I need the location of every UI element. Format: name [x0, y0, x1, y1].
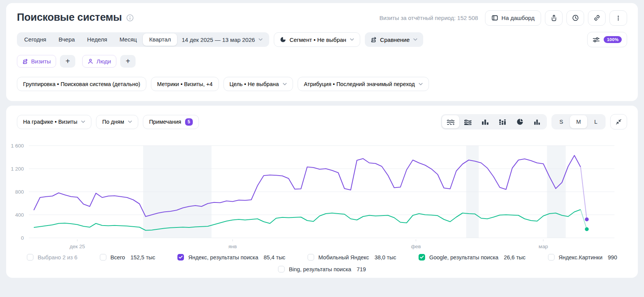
collapse-chart-button[interactable]: [610, 114, 627, 129]
chevron-down-icon: [419, 83, 423, 86]
legend-label: Bing, результаты поиска: [289, 266, 351, 272]
legend-value: 719: [357, 266, 366, 272]
legend-label: Яндекс.Картинки: [559, 254, 603, 260]
dashboard-icon: [492, 15, 498, 21]
settings-chip-4[interactable]: Атрибуция • Последний значимый переход: [298, 77, 429, 91]
legend-checkbox[interactable]: [308, 254, 314, 260]
legend-checkbox[interactable]: [548, 254, 555, 260]
legend-value: 38,0 тыс: [374, 254, 396, 260]
y-axis-label: 800: [15, 189, 24, 195]
granularity-selector[interactable]: По дням: [96, 115, 138, 129]
legend-value: 990: [608, 254, 617, 260]
series-line-1[interactable]: [34, 156, 581, 217]
segment-pie-icon: [280, 37, 286, 43]
y-axis-label: 0: [21, 235, 24, 241]
legend-item-5[interactable]: Google, результаты поиска26,6 тыс: [419, 254, 526, 260]
legend-value: 85,4 тыс: [264, 254, 286, 260]
columns-icon: [533, 119, 541, 125]
period-tab-5[interactable]: Квартал: [143, 33, 177, 46]
more-actions-button[interactable]: [609, 10, 627, 26]
chevron-down-icon: [81, 120, 85, 123]
legend-item-6[interactable]: Яндекс.Картинки990: [548, 254, 617, 260]
legend-label: Мобильный Яндекс: [318, 254, 369, 260]
report-header-card: Поисковые системы Визиты за отчётный пер…: [6, 3, 638, 101]
chevron-down-icon: [413, 38, 417, 41]
series-line-2[interactable]: [34, 210, 581, 231]
legend-label: Всего: [111, 254, 125, 260]
x-axis-label: дек 25: [70, 244, 85, 249]
y-axis-label: 1 200: [11, 166, 24, 172]
share-link-button[interactable]: [588, 10, 606, 26]
series-end-dot-2[interactable]: [585, 227, 589, 231]
notes-button[interactable]: Примечания 5: [143, 115, 199, 129]
legend-checkbox[interactable]: [419, 254, 425, 260]
period-tab-1[interactable]: Сегодня: [18, 33, 53, 46]
date-range-selector[interactable]: 14 дек 2025 — 13 мар 2026: [177, 37, 268, 43]
settings-chip-1[interactable]: Группировка • Поисковая система (детальн…: [17, 77, 146, 91]
legend-item-2[interactable]: Всего152,5 тыс: [100, 254, 156, 260]
add-metric-button-2[interactable]: +: [120, 55, 136, 68]
sampling-badge: 100%: [604, 36, 622, 43]
y-axis-label: 1 600: [11, 143, 24, 149]
line-chart[interactable]: 1 6001 2008004000дек 25янвфевмар: [9, 133, 635, 253]
legend-checkbox[interactable]: [27, 254, 33, 260]
legend-item-1[interactable]: Выбрано 2 из 6: [27, 254, 78, 260]
x-axis-label: фев: [411, 244, 421, 249]
legend-checkbox[interactable]: [177, 254, 184, 260]
x-axis-label: мар: [539, 244, 548, 249]
on-chart-metric-selector[interactable]: На графике • Визиты: [17, 115, 91, 129]
period-tab-group: СегодняВчераНеделяМесяцКвартал14 дек 202…: [17, 32, 269, 47]
chart-size-M[interactable]: M: [570, 115, 587, 128]
sliders-icon: [593, 37, 600, 43]
info-icon[interactable]: [126, 14, 134, 22]
legend-item-7[interactable]: Bing, результаты поиска719: [278, 266, 366, 272]
comparison-selector[interactable]: Сравнение: [365, 32, 423, 47]
legend-value: 26,6 тыс: [504, 254, 526, 260]
stream-line-icon: [447, 119, 455, 125]
chevron-down-icon: [258, 38, 263, 41]
legend-label: Выбрано 2 из 6: [38, 254, 78, 260]
kebab-menu-icon: [615, 15, 621, 21]
history-button[interactable]: [566, 10, 584, 26]
legend-label: Google, результаты поиска: [429, 254, 498, 260]
chart-type-bars[interactable]: [477, 115, 494, 128]
legend-item-4[interactable]: Мобильный Яндекс38,0 тыс: [308, 254, 396, 260]
settings-chip-2[interactable]: Метрики • Визиты, +4: [151, 77, 219, 91]
pie-icon: [517, 118, 523, 125]
period-tab-2[interactable]: Вчера: [53, 33, 81, 46]
chart-type-stream-stacked[interactable]: [459, 115, 477, 128]
metric-chip-2[interactable]: Люди: [82, 55, 116, 68]
chevron-down-icon: [283, 83, 287, 86]
chart-card: На графике • Визиты По дням Примечания 5…: [6, 106, 638, 278]
metrica-report-page: Поисковые системы Визиты за отчётный пер…: [0, 0, 644, 297]
chart-type-bars-stacked[interactable]: [494, 115, 511, 128]
legend-item-3[interactable]: Яндекс, результаты поиска85,4 тыс: [177, 254, 285, 260]
export-button[interactable]: [545, 10, 563, 26]
sampling-settings-button[interactable]: 100%: [587, 32, 627, 47]
chart-size-L[interactable]: L: [587, 115, 604, 128]
clock-icon: [572, 15, 579, 21]
link-icon: [594, 15, 600, 21]
chart-type-pie[interactable]: [511, 115, 528, 128]
person-icon: [88, 58, 93, 64]
add-metric-button-1[interactable]: +: [60, 55, 75, 68]
metric-chip-1[interactable]: Визиты: [17, 55, 56, 68]
chart-size-S[interactable]: S: [553, 115, 570, 128]
metric-chips-row: Визиты+Люди+: [17, 55, 627, 68]
legend-row-2: Bing, результаты поиска719: [17, 266, 627, 272]
chart-type-columns[interactable]: [528, 115, 546, 128]
chart-canvas[interactable]: 1 6001 2008004000дек 25янвфевмар: [9, 133, 635, 253]
legend-checkbox[interactable]: [100, 254, 106, 260]
chart-type-switcher: [441, 114, 547, 129]
period-tab-3[interactable]: Неделя: [81, 33, 113, 46]
bars-icon: [481, 119, 489, 125]
chart-type-stream-line[interactable]: [442, 115, 459, 128]
segment-selector[interactable]: Сегмент • Не выбран: [274, 32, 360, 47]
collapse-icon: [616, 119, 622, 125]
series-end-dot-1[interactable]: [585, 217, 589, 221]
legend-checkbox[interactable]: [278, 266, 285, 272]
period-tab-4[interactable]: Месяц: [113, 33, 143, 46]
to-dashboard-button[interactable]: На дашборд: [485, 10, 541, 26]
stream-stacked-icon: [464, 119, 472, 125]
settings-chip-3[interactable]: Цель • Не выбрана: [223, 77, 293, 91]
